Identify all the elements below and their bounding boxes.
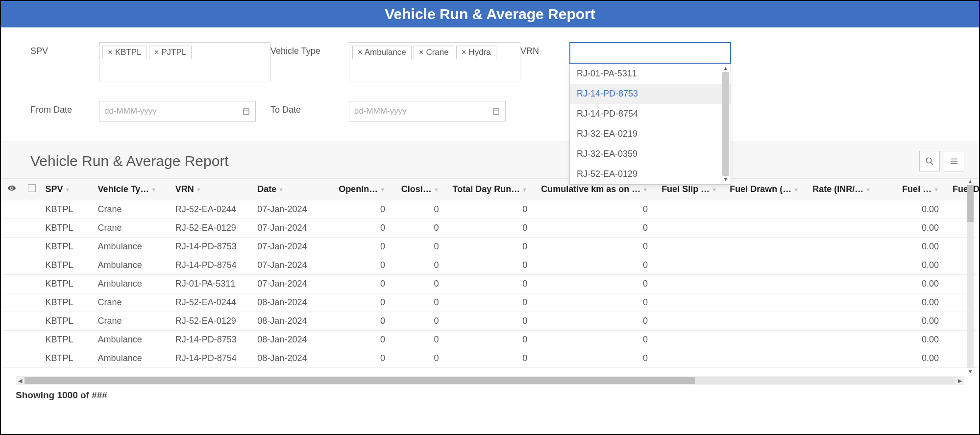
svg-rect-2	[951, 159, 957, 160]
vrn-option[interactable]: RJ-14-PD-8753	[570, 84, 731, 104]
from-date-field[interactable]	[104, 106, 242, 116]
chevron-down-icon[interactable]: ▼	[968, 369, 973, 374]
tag-hydra[interactable]: × Hydra	[456, 46, 496, 59]
vrn-option[interactable]: RJ-01-PA-5311	[570, 64, 731, 84]
table-row[interactable]: KBTPLCraneRJ-52-EA-024408-Jan-202400000.…	[1, 293, 979, 312]
tag-crane[interactable]: × Crane	[414, 46, 454, 59]
vrn-input[interactable]	[569, 42, 731, 64]
sort-caret-icon[interactable]: ▼	[642, 187, 648, 193]
table-vertical-scrollbar[interactable]: ▲ ▼	[966, 179, 974, 374]
to-date-field[interactable]	[354, 106, 492, 116]
chevron-down-icon[interactable]: ▼	[723, 177, 729, 182]
chevron-up-icon[interactable]: ▲	[968, 179, 973, 184]
tag-ambulance[interactable]: × Ambulance	[352, 46, 412, 59]
report-toolbar: Vehicle Run & Average Report	[1, 141, 979, 178]
sort-caret-icon[interactable]: ▼	[196, 187, 201, 193]
from-date-input[interactable]	[99, 101, 256, 121]
table-horizontal-scrollbar[interactable]: ◀ ▶	[16, 376, 964, 385]
table-row[interactable]: KBTPLAmbulanceRJ-14-PD-875307-Jan-202400…	[1, 238, 979, 256]
column-header[interactable]: Fuel Drawn (…▼	[726, 179, 808, 200]
scroll-thumb[interactable]	[967, 185, 974, 222]
column-header[interactable]: Fuel …▼	[886, 179, 949, 200]
to-date-label: To Date	[270, 101, 349, 115]
calendar-icon[interactable]	[492, 107, 500, 116]
chevron-left-icon[interactable]: ◀	[16, 378, 24, 384]
report-title: Vehicle Run & Average Report	[30, 153, 229, 169]
svg-point-0	[926, 158, 931, 163]
filters-panel: SPV × KBTPL× PJTPL Vehicle Type × Ambula…	[1, 27, 979, 141]
table-row[interactable]: KBTPLCraneRJ-52-EA-024407-Jan-202400000.…	[1, 200, 979, 219]
footer-status: Showing 1000 of ###	[1, 387, 979, 405]
column-header[interactable]: Fuel D▼	[949, 179, 979, 200]
svg-rect-4	[951, 163, 957, 164]
spv-select[interactable]: × KBTPL× PJTPL	[99, 42, 270, 81]
sort-caret-icon[interactable]: ▼	[865, 187, 871, 193]
table-row[interactable]: KBTPLAmbulanceRJ-14-PD-875408-Jan-202400…	[1, 349, 979, 368]
sort-caret-icon[interactable]: ▼	[151, 187, 156, 193]
page-title-bar: Vehicle Run & Average Report	[1, 1, 979, 27]
column-header[interactable]: VRN▼	[172, 179, 254, 200]
to-date-input[interactable]	[349, 101, 506, 121]
tag-pjtpl[interactable]: × PJTPL	[149, 46, 192, 59]
table-row[interactable]: KBTPLCraneRJ-52-EA-012907-Jan-202400000.…	[1, 219, 979, 238]
vrn-label: VRN	[520, 42, 569, 56]
scroll-track[interactable]	[967, 185, 974, 368]
sort-caret-icon[interactable]: ▼	[933, 187, 939, 193]
column-header[interactable]: SPV▼	[42, 179, 94, 200]
sort-caret-icon[interactable]: ▼	[65, 187, 71, 193]
column-header[interactable]: Total Day Run…▼	[449, 179, 538, 200]
report-table: SPV▼Vehicle Ty…▼VRN▼Date▼Openin…▼Closi…▼…	[1, 179, 979, 368]
vehicle-type-select[interactable]: × Ambulance× Crane× Hydra	[349, 42, 520, 81]
from-date-label: From Date	[30, 101, 99, 115]
vrn-dropdown[interactable]: RJ-01-PA-5311RJ-14-PD-8753RJ-14-PD-8754R…	[569, 64, 731, 185]
search-button[interactable]	[919, 151, 940, 171]
sort-caret-icon[interactable]: ▼	[278, 187, 284, 193]
chevron-right-icon[interactable]: ▶	[956, 378, 964, 384]
vrn-option[interactable]: RJ-32-EA-0219	[570, 124, 731, 144]
hamburger-icon	[950, 157, 958, 166]
column-header[interactable]: Openin…▼	[335, 179, 395, 200]
search-icon	[925, 157, 934, 166]
vrn-option[interactable]: RJ-52-EA-0129	[570, 164, 731, 184]
vrn-option[interactable]: RJ-32-EA-0359	[570, 144, 731, 164]
vrn-combobox[interactable]: RJ-01-PA-5311RJ-14-PD-8753RJ-14-PD-8754R…	[569, 42, 736, 64]
menu-button[interactable]	[944, 151, 964, 171]
select-all-checkbox[interactable]	[28, 184, 36, 192]
sort-caret-icon[interactable]: ▼	[711, 187, 717, 193]
column-header[interactable]: Date▼	[253, 179, 335, 200]
sort-caret-icon[interactable]: ▼	[522, 187, 527, 193]
tag-kbtpl[interactable]: × KBTPL	[102, 46, 147, 59]
table-row[interactable]: KBTPLAmbulanceRJ-14-PD-875407-Jan-202400…	[1, 256, 979, 275]
vrn-option[interactable]: RJ-14-PD-8754	[570, 104, 731, 124]
spv-label: SPV	[30, 42, 99, 56]
calendar-icon[interactable]	[242, 107, 250, 116]
table-row[interactable]: KBTPLAmbulanceRJ-14-PD-875308-Jan-202400…	[1, 331, 979, 349]
vrn-scrollbar[interactable]: ▲ ▼	[722, 66, 730, 182]
scroll-track[interactable]	[722, 72, 729, 176]
page-title: Vehicle Run & Average Report	[385, 6, 595, 22]
svg-rect-3	[951, 161, 957, 162]
sort-caret-icon[interactable]: ▼	[434, 187, 439, 193]
vehicle-type-label: Vehicle Type	[270, 42, 349, 56]
column-header[interactable]: Rate (INR/…▼	[808, 179, 886, 200]
eye-icon[interactable]	[7, 184, 16, 193]
svg-line-1	[931, 162, 933, 165]
report-table-wrap: SPV▼Vehicle Ty…▼VRN▼Date▼Openin…▼Closi…▼…	[1, 178, 979, 374]
table-row[interactable]: KBTPLAmbulanceRJ-01-PA-531107-Jan-202400…	[1, 275, 979, 293]
column-header[interactable]: Vehicle Ty…▼	[94, 179, 172, 200]
sort-caret-icon[interactable]: ▼	[380, 187, 385, 193]
column-header[interactable]: Closi…▼	[395, 179, 449, 200]
scroll-thumb[interactable]	[24, 377, 695, 384]
sort-caret-icon[interactable]: ▼	[793, 187, 799, 193]
table-row[interactable]: KBTPLCraneRJ-52-EA-012908-Jan-202400000.…	[1, 312, 979, 331]
chevron-up-icon[interactable]: ▲	[723, 66, 729, 71]
